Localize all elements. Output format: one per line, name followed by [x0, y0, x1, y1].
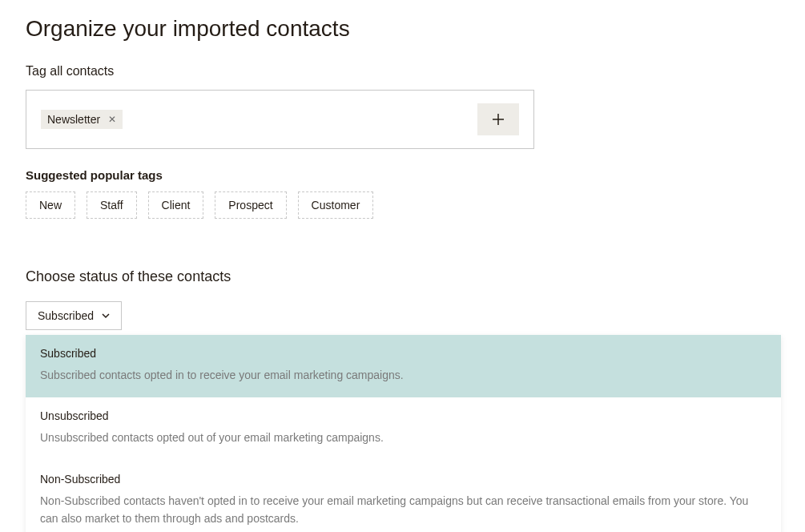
- remove-tag-icon[interactable]: ✕: [108, 115, 116, 124]
- suggested-tag-prospect[interactable]: Prospect: [215, 191, 286, 219]
- status-dropdown-panel: Subscribed Subscribed contacts opted in …: [26, 335, 781, 532]
- suggested-tag-new[interactable]: New: [26, 191, 75, 219]
- status-option-title: Subscribed: [40, 347, 767, 360]
- status-option-desc: Subscribed contacts opted in to receive …: [40, 366, 767, 384]
- tag-chip-newsletter[interactable]: Newsletter ✕: [41, 110, 123, 129]
- status-option-desc: Unsubscribed contacts opted out of your …: [40, 429, 767, 446]
- status-section-label: Choose status of these contacts: [26, 268, 779, 285]
- status-dropdown-button[interactable]: Subscribed: [26, 301, 122, 330]
- chevron-down-icon: [102, 309, 110, 322]
- suggested-tag-customer[interactable]: Customer: [298, 191, 374, 219]
- suggested-tags-row: New Staff Client Prospect Customer: [26, 191, 779, 219]
- page-title: Organize your imported contacts: [26, 16, 779, 42]
- add-tag-button[interactable]: [477, 103, 519, 135]
- status-option-desc: Non-Subscribed contacts haven't opted in…: [40, 492, 767, 528]
- status-option-title: Unsubscribed: [40, 409, 767, 422]
- status-option-unsubscribed[interactable]: Unsubscribed Unsubscribed contacts opted…: [26, 397, 781, 460]
- suggested-tags-label: Suggested popular tags: [26, 168, 779, 182]
- suggested-tag-client[interactable]: Client: [148, 191, 204, 219]
- status-option-non-subscribed[interactable]: Non-Subscribed Non-Subscribed contacts h…: [26, 461, 781, 532]
- tag-input-box[interactable]: Newsletter ✕: [26, 90, 534, 149]
- tag-section-label: Tag all contacts: [26, 64, 779, 79]
- status-option-title: Non-Subscribed: [40, 473, 767, 486]
- status-dropdown-selected: Subscribed: [38, 309, 94, 322]
- plus-icon: [492, 113, 505, 126]
- status-option-subscribed[interactable]: Subscribed Subscribed contacts opted in …: [26, 335, 781, 397]
- tag-chip-label: Newsletter: [47, 113, 100, 126]
- suggested-tag-staff[interactable]: Staff: [87, 191, 137, 219]
